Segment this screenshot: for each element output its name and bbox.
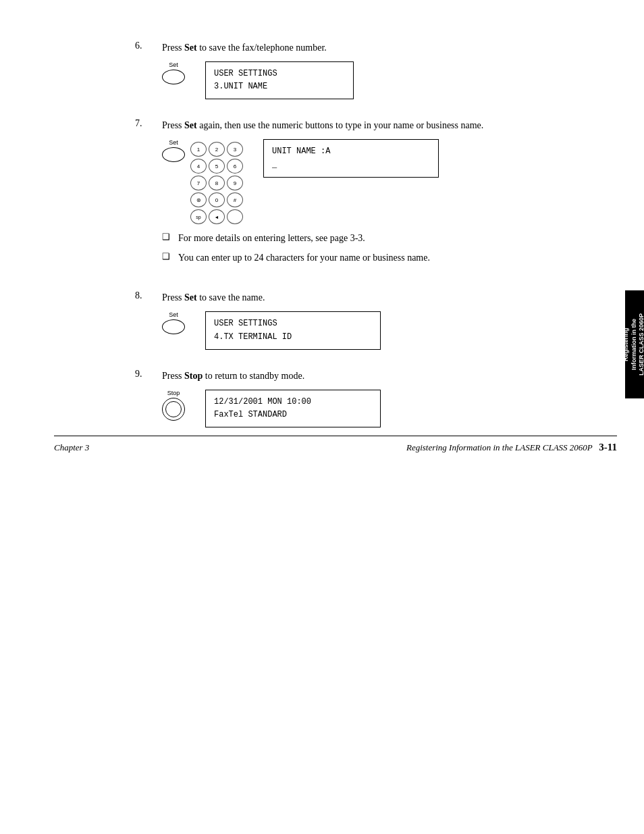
stop-circle-inner (165, 401, 182, 417)
step-7-text: Press Set again, then use the numeric bu… (162, 118, 590, 132)
bullet-check-1: ❑ (162, 232, 171, 242)
step-9-row: Stop 12/31/2001 MON 10:00 FaxTel STANDAR… (162, 390, 590, 427)
step-8-body: Press Set to save the name. Set USER SET… (162, 290, 590, 349)
side-tab-text: Registering Information in the LASER CLA… (622, 313, 644, 375)
step-7-row: Set 1 2 3 4 5 6 7 8 9 ⊛ 0 (162, 139, 590, 224)
set-label-7: Set (169, 139, 178, 146)
lcd-7-line1: UNIT NAME :A (272, 145, 430, 158)
step-6-row: Set USER SETTINGS 3.UNIT NAME (162, 61, 590, 99)
step-9-text: Press Stop to return to standby mode. (162, 369, 590, 383)
lcd-9-line1: 12/31/2001 MON 10:00 (214, 396, 372, 409)
step-9-number: 9. (135, 369, 149, 427)
bullet-list: ❑ For more details on entering letters, … (162, 231, 590, 265)
key-5: 5 (209, 159, 225, 174)
set-button-7: Set (162, 139, 185, 162)
step-6-text: Press Set to save the fax/telephone numb… (162, 41, 590, 55)
set-oval-8 (162, 319, 185, 334)
key-0: 0 (209, 192, 225, 207)
lcd-6-line2: 3.UNIT NAME (214, 80, 345, 93)
stop-label: Stop (167, 390, 180, 396)
key-blank (227, 209, 243, 224)
key-hash: # (227, 192, 243, 207)
key-8: 8 (209, 176, 225, 190)
lcd-7-line2: _ (272, 159, 430, 172)
step-8-number: 8. (135, 290, 149, 349)
step-7-number: 7. (135, 118, 149, 271)
set-button-6: Set (162, 61, 185, 84)
key-4: 4 (190, 159, 207, 174)
bullet-item-1: ❑ For more details on entering letters, … (162, 231, 590, 245)
bullet-text-1: For more details on entering letters, se… (178, 231, 365, 245)
step-8-text: Press Set to save the name. (162, 290, 590, 305)
footer-title: Registering Information in the LASER CLA… (406, 442, 617, 453)
step-7-body: Press Set again, then use the numeric bu… (162, 118, 590, 271)
key-2: 2 (209, 142, 225, 157)
footer: Chapter 3 Registering Information in the… (54, 436, 617, 453)
lcd-6-line1: USER SETTINGS (214, 68, 345, 80)
set-oval-7 (162, 147, 185, 162)
set-label-8: Set (169, 311, 178, 318)
step-7: 7. Press Set again, then use the numeric… (135, 118, 590, 271)
step-8: 8. Press Set to save the name. Set USER … (135, 290, 590, 349)
footer-page: 3-11 (599, 442, 617, 452)
lcd-9: 12/31/2001 MON 10:00 FaxTel STANDARD (205, 390, 381, 427)
set-button-8: Set (162, 311, 185, 334)
step-6-number: 6. (135, 41, 149, 99)
set-oval-6 (162, 70, 185, 84)
lcd-8-line1: USER SETTINGS (214, 317, 372, 330)
lcd-7: UNIT NAME :A _ (263, 139, 439, 177)
lcd-8-line2: 4.TX TERMINAL ID (214, 331, 372, 344)
key-back: ◄ (209, 209, 225, 224)
lcd-9-line2: FaxTel STANDARD (214, 409, 372, 421)
step-9-body: Press Stop to return to standby mode. St… (162, 369, 590, 427)
lcd-8: USER SETTINGS 4.TX TERMINAL ID (205, 311, 381, 349)
lcd-6: USER SETTINGS 3.UNIT NAME (205, 61, 354, 99)
numpad-7: 1 2 3 4 5 6 7 8 9 ⊛ 0 # sp ◄ (190, 142, 243, 224)
key-7: 7 (190, 176, 207, 190)
footer-chapter: Chapter 3 (54, 442, 89, 453)
side-tab: Registering Information in the LASER CLA… (625, 290, 644, 398)
step-9: 9. Press Stop to return to standby mode.… (135, 369, 590, 427)
key-1: 1 (190, 142, 207, 157)
key-9: 9 (227, 176, 243, 190)
key-star: ⊛ (190, 192, 207, 207)
bullet-text-2: You can enter up to 24 characters for yo… (178, 251, 430, 265)
bullet-check-2: ❑ (162, 251, 171, 262)
step-8-bold: Set (184, 292, 197, 303)
key-space: sp (190, 209, 207, 224)
step-9-bold: Stop (184, 371, 203, 381)
step-7-bold: Set (184, 120, 197, 130)
set-label-6: Set (169, 61, 178, 68)
step-6: 6. Press Set to save the fax/telephone n… (135, 41, 590, 99)
stop-circle (162, 398, 185, 421)
key-6: 6 (227, 159, 243, 174)
bullet-item-2: ❑ You can enter up to 24 characters for … (162, 251, 590, 265)
step-6-bold: Set (184, 43, 197, 53)
step-8-row: Set USER SETTINGS 4.TX TERMINAL ID (162, 311, 590, 349)
step-6-body: Press Set to save the fax/telephone numb… (162, 41, 590, 99)
stop-button-wrap: Stop (162, 390, 185, 421)
key-3: 3 (227, 142, 243, 157)
